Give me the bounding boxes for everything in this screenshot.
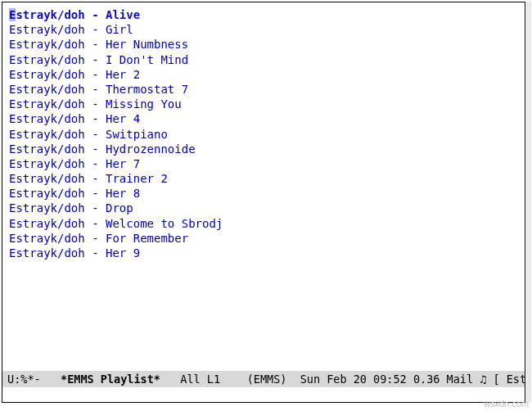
music-note-icon: ♫: [480, 371, 486, 387]
modeline-load-average: 0.36: [413, 371, 440, 387]
playlist-track[interactable]: Estrayk/doh - Her Numbness: [9, 37, 518, 52]
playlist-track[interactable]: Estrayk/doh - Thermostat 7: [9, 82, 518, 97]
track-label: Estrayk/doh - Switpiano: [9, 128, 168, 141]
track-label: Estrayk/doh - Her 2: [9, 68, 140, 81]
mode-line[interactable]: U:%*- *EMMS Playlist* All L1 (EMMS) Sun …: [2, 371, 525, 387]
watermark-text: wsxdn.com: [484, 398, 529, 409]
vertical-scrollbar[interactable]: [526, 2, 531, 403]
track-label: Estrayk/doh - Hydrozennoide: [9, 142, 196, 156]
minibuffer[interactable]: [2, 387, 525, 402]
modeline-mail-indicator: Mail: [447, 371, 474, 387]
modeline-datetime: Sun Feb 20 09:52: [300, 371, 407, 387]
playlist-track[interactable]: Estrayk/doh - Missing You: [9, 97, 518, 111]
track-label: Estrayk/doh - Thermostat 7: [9, 83, 188, 96]
modeline-buffer-name[interactable]: *EMMS Playlist*: [61, 371, 160, 387]
playlist-track[interactable]: Estrayk/doh - Girl: [9, 22, 518, 37]
track-label: Estrayk/doh - Her 9: [9, 246, 140, 260]
playlist-track[interactable]: Estrayk/doh - Switpiano: [9, 127, 518, 142]
playlist-track[interactable]: Estrayk/doh - Alive: [9, 7, 518, 22]
playlist-track[interactable]: Estrayk/doh - Her 2: [9, 67, 518, 82]
track-label: Estrayk/doh - Welcome to Sbrodj: [9, 217, 223, 230]
playlist-track[interactable]: Estrayk/doh - Drop: [9, 201, 518, 215]
emacs-frame: Estrayk/doh - AliveEstrayk/doh - GirlEst…: [2, 2, 525, 403]
playlist-track[interactable]: Estrayk/doh - Welcome to Sbrodj: [9, 216, 518, 231]
playlist-track[interactable]: Estrayk/doh - Her 9: [9, 246, 518, 260]
modeline-now-playing: [ Est: [493, 371, 525, 387]
playlist-track[interactable]: Estrayk/doh - For Remember: [9, 231, 518, 246]
playlist-track[interactable]: Estrayk/doh - Her 4: [9, 111, 518, 126]
modeline-coding-status: U:%*-: [7, 371, 41, 387]
playlist-buffer[interactable]: Estrayk/doh - AliveEstrayk/doh - GirlEst…: [2, 2, 525, 371]
playlist-track[interactable]: Estrayk/doh - Hydrozennoide: [9, 142, 518, 156]
track-label: Estrayk/doh - Drop: [9, 201, 133, 215]
track-label: Estrayk/doh - Her 7: [9, 157, 140, 170]
track-label: Estrayk/doh - Her Numbness: [9, 38, 188, 51]
modeline-position: All L1: [180, 371, 220, 387]
track-label: strayk/doh - Alive: [16, 8, 140, 21]
modeline-major-mode: (EMMS): [247, 371, 287, 387]
playlist-track[interactable]: Estrayk/doh - Her 8: [9, 186, 518, 201]
playlist-track[interactable]: Estrayk/doh - Her 7: [9, 156, 518, 171]
track-label: Estrayk/doh - Missing You: [9, 97, 182, 111]
track-label: Estrayk/doh - For Remember: [9, 232, 188, 245]
playlist-track[interactable]: Estrayk/doh - Trainer 2: [9, 171, 518, 186]
track-label: Estrayk/doh - Trainer 2: [9, 172, 168, 185]
track-label: Estrayk/doh - Her 4: [9, 112, 140, 125]
track-label: Estrayk/doh - Her 8: [9, 187, 140, 200]
playlist-track[interactable]: Estrayk/doh - I Don't Mind: [9, 52, 518, 67]
track-label: Estrayk/doh - I Don't Mind: [9, 53, 188, 66]
track-label: Estrayk/doh - Girl: [9, 23, 133, 36]
